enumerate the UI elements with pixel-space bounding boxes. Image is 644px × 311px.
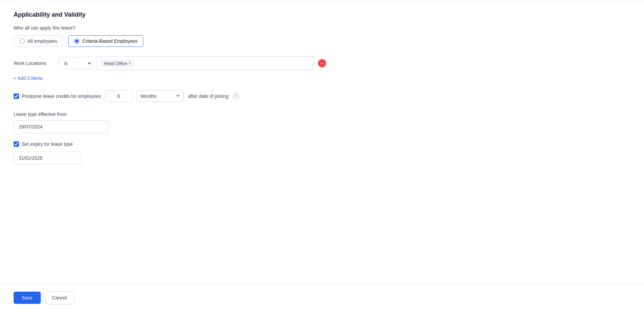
remove-criteria-button[interactable]: − [318, 59, 326, 67]
add-criteria-button[interactable]: + Add Criteria [14, 75, 42, 81]
criteria-based-label: Criteria-Based Employees [82, 38, 138, 44]
content-area: Applicability and Validity Who all can a… [0, 0, 644, 284]
remove-icon: − [320, 60, 324, 66]
all-employees-option[interactable]: All employees [14, 35, 63, 47]
postpone-row: Postpone leave credits for employees Day… [14, 90, 630, 102]
postpone-checkbox-label[interactable]: Postpone leave credits for employees [14, 93, 101, 99]
expiry-label: Set expiry for leave type [22, 141, 73, 147]
cancel-button[interactable]: Cancel [45, 291, 74, 304]
effective-from-input[interactable] [14, 120, 109, 133]
expiry-date-input[interactable] [14, 152, 82, 165]
work-locations-label: Work Locations [14, 61, 54, 66]
postpone-period-select[interactable]: Days Months Years [136, 90, 184, 102]
expiry-checkbox[interactable] [14, 141, 19, 147]
footer-actions: Save Cancel [0, 284, 644, 311]
employee-type-radio-group: All employees Criteria-Based Employees [14, 35, 630, 47]
help-icon[interactable]: ? [233, 93, 239, 99]
criteria-based-radio[interactable] [74, 38, 79, 44]
section-title: Applicability and Validity [14, 11, 630, 18]
add-criteria-label: + Add Criteria [14, 75, 42, 81]
expiry-checkbox-row: Set expiry for leave type [14, 141, 630, 147]
page-container: Applicability and Validity Who all can a… [0, 0, 644, 311]
all-employees-radio[interactable] [19, 38, 25, 44]
expiry-group: Set expiry for leave type [14, 141, 630, 165]
criteria-value-field[interactable]: Head Office × [96, 56, 314, 70]
all-employees-label: All employees [28, 38, 57, 44]
effective-from-group: Leave type effective from [14, 111, 630, 133]
expiry-checkbox-label[interactable]: Set expiry for leave type [14, 141, 73, 147]
criteria-row: Work Locations is Head Office × − [14, 56, 630, 70]
head-office-tag-label: Head Office [104, 61, 127, 66]
head-office-tag: Head Office × [101, 60, 134, 67]
after-joining-label: after date of joining [188, 93, 228, 99]
criteria-operator-select[interactable]: is [58, 57, 92, 69]
postpone-checkbox[interactable] [14, 93, 19, 99]
postpone-number-input[interactable] [105, 90, 132, 102]
head-office-tag-close[interactable]: × [128, 61, 131, 65]
postpone-label: Postpone leave credits for employees [22, 93, 101, 99]
applicability-question: Who all can apply this leave? [14, 25, 630, 31]
effective-from-label: Leave type effective from [14, 111, 630, 117]
save-button[interactable]: Save [14, 292, 41, 304]
criteria-based-option[interactable]: Criteria-Based Employees [68, 35, 143, 47]
